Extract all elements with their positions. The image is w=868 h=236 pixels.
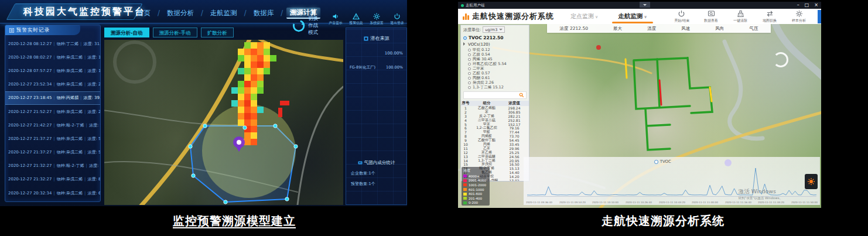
record-time: 2020-12-27 21:37:27 (8, 136, 52, 141)
record-concentration: 浓度: 72.46ppb (84, 163, 100, 169)
titlebar-menu-caret[interactable] (640, 2, 650, 8)
satellite-map[interactable] (104, 40, 343, 205)
legend-entry: 0-200 (463, 201, 488, 206)
nav-item[interactable]: 数据分析 (163, 8, 207, 18)
mode-switch-button[interactable]: 切换作战模式 (291, 15, 323, 36)
alarm-record-row[interactable]: 2020-12-27 21:37:27 物种:异戊二烯 浓度: 57.62ppb… (5, 132, 100, 145)
legend-entry: 201-400 (463, 196, 488, 201)
record-concentration: 浓度: 54.00ppb (84, 122, 100, 128)
status-item: 气压 (749, 26, 758, 32)
tvoc-value: TVOC 2212.50 (469, 35, 503, 40)
species-radio-item[interactable]: 乙醛 0.57 (461, 71, 529, 76)
legend-range: 2001-4000 (469, 179, 486, 182)
nav-item[interactable]: 首页 (134, 8, 163, 18)
record-species: 物种:丙烯腈 (52, 95, 78, 101)
alert-info-button[interactable]: 预警信息 (348, 13, 364, 26)
legend-entry: 2001-4000 (463, 179, 488, 183)
record-time: 2020-12-28 08:02:27 (8, 55, 52, 60)
alarm-record-row[interactable]: 2020-12-27 23:52:34 物种:异戊二烯 浓度: 23.22ppb… (5, 78, 100, 91)
monitor-tab[interactable]: 走航监测∨ (616, 12, 650, 20)
analysis-tab[interactable]: 扩散分析 (201, 28, 234, 37)
alarm-record-row[interactable]: 2020-12-28 08:12:27 物种:丁二烯 浓度: 31.45ppb … (5, 37, 100, 50)
mobile-monitoring-map[interactable]: 浓度 2212.50最大温度风速风向气压 浓度单位: ug/m3 TVOC 22… (458, 24, 821, 208)
map-overlay-graphics (104, 40, 343, 205)
legend-entry: 401-600 (463, 191, 488, 196)
species-search-input[interactable] (463, 91, 527, 99)
record-time: 2020-12-27 23:52:34 (8, 82, 52, 87)
maximize-button[interactable]: □ (805, 2, 809, 9)
legend-range: 4000+ (469, 175, 480, 178)
alarm-record-row[interactable]: 2020-12-27 21:32:27 物种:异戊二烯 浓度: 80.70ppb… (5, 173, 100, 186)
alarm-record-row[interactable]: 2020-12-27 21:32:27 物种:顺-2-丁烯 浓度: 72.46p… (5, 159, 100, 173)
tool-label: 系统设置 (370, 20, 383, 25)
data-view-icon (708, 10, 715, 18)
legend-swatch (463, 193, 467, 196)
record-concentration: 浓度: 80.70ppb (83, 176, 100, 182)
alarm-record-row[interactable]: 2020-12-27 21:37:27 物种:异戊二烯 浓度: 51.22ppb… (5, 146, 100, 159)
windows-activation-watermark: 激活 Windows 转到"设置"以激活 Windows。 (739, 188, 782, 200)
chevron-down-icon: ∨ (595, 15, 598, 19)
alarm-record-row[interactable]: 2020-12-28 07:57:27 物种:异戊二烯 浓度: 118.94pp… (5, 64, 100, 77)
monitor-tab-label: 走航监测 (618, 12, 643, 19)
source-item[interactable]: FG-89(化工厂) 100.00% (346, 65, 406, 70)
alarm-record-row[interactable]: 2020-12-27 23:18:45 物种:丙烯腈 浓度: 39.67ppb … (5, 91, 100, 105)
species-radio-item[interactable]: 异戊烷 2.26 (461, 80, 529, 85)
map-switch-button[interactable]: 地图切换 (761, 10, 778, 23)
vocs-group-row[interactable]: VOCs(120) (461, 42, 529, 47)
alarm-record-row[interactable]: 2020-12-27 21:42:27 物种:顺-2-丁烯 浓度: 54.00p… (5, 118, 100, 132)
data-view-button[interactable]: 数据查看 (703, 10, 719, 23)
sound-tip-button[interactable]: 声音提示 (328, 13, 343, 26)
header-toolbar: 声音提示 预警信息 系统设置 退出登录 (328, 13, 405, 26)
antivirus-tray-icon[interactable] (805, 174, 818, 189)
source-panel-header: 潜在来源 (346, 35, 406, 42)
system-settings-button[interactable]: 系统设置 (369, 13, 384, 26)
alarm-record-row[interactable]: 2020-12-28 08:02:27 物种:异戊二烯 浓度: 173.16pp… (5, 50, 100, 64)
species-radio-item[interactable]: 二甲苯 (461, 66, 529, 71)
legend-swatch (463, 175, 467, 177)
close-button[interactable]: × (814, 2, 818, 9)
unit-select[interactable]: ug/m3 (483, 26, 505, 33)
analysis-tab[interactable]: 溯源分析-自动 (104, 28, 149, 37)
analysis-tab[interactable]: 溯源分析-手动 (153, 28, 197, 37)
record-concentration: 浓度: 51.22ppb (83, 149, 100, 155)
clear-all-button[interactable]: 一键清除 (732, 10, 749, 23)
monitor-tab[interactable]: 定点监测∨ (568, 12, 600, 20)
potential-source-panel: 潜在来源 100.00% FG-89(化工厂) 100.00% 气团内成分统计 … (346, 28, 407, 205)
record-time: 2020-12-27 20:32:34 (8, 191, 52, 196)
species-radio-item[interactable]: 环氧乙烷/乙醛 5.54 (461, 61, 529, 66)
legend-range: 601-1000 (469, 188, 484, 191)
alarm-record-row[interactable]: 2020-12-27 20:32:34 物种:异戊二烯 浓度: 66.04ppb… (5, 186, 100, 200)
record-species: 物种:顺-2-丁烯 (52, 122, 84, 128)
window-controls: – □ × (797, 2, 818, 9)
tvoc-radio-row[interactable]: TVOC 2212.50 (461, 34, 529, 42)
species-radio-item[interactable]: 乙腈 0.54 (461, 52, 529, 57)
record-concentration: 浓度: 31.45ppb (78, 41, 100, 47)
expand-triangle-icon (463, 42, 467, 46)
left-app-title: 科技园大气监控预警平台 (23, 6, 146, 18)
clear-icon (737, 10, 744, 18)
unit-value: ug/m3 (485, 28, 497, 32)
species-radio-item[interactable]: 丙酮 0.61 (461, 76, 529, 80)
chevron-down-icon: ∨ (644, 15, 647, 19)
sample-analysis-button[interactable]: 样本分析 (791, 10, 807, 23)
alarm-record-row[interactable]: 2020-12-27 21:52:27 物种:异戊二烯 浓度: 28.62ppb… (5, 105, 100, 118)
nav-item[interactable]: 数据库 (250, 8, 286, 18)
nav-item[interactable]: 走航监测 (207, 8, 250, 18)
legend-ring-icon (654, 160, 658, 164)
species-panel: 浓度单位: ug/m3 TVOC 2212.50 VOCs(120) 甲烷 0.… (460, 25, 529, 182)
tool-label: 开始/结束 (674, 18, 689, 23)
source-item-name: FG-89(化工厂) (350, 65, 375, 70)
species-radio-item[interactable]: 甲烷 0.12 (461, 47, 529, 52)
speaker-icon (332, 13, 339, 20)
species-radio-item[interactable]: 1,3-丁二烯 15.12 (461, 85, 529, 90)
x-tick-label: 2020-11-11 09:36:40 (526, 201, 552, 204)
logout-button[interactable]: 退出登录 (389, 13, 405, 26)
right-app-header: 走航快速溯源分析系统 定点监测∨走航监测∨ 开始/结束 数据查看 一键清除 (458, 9, 821, 24)
radio-off-icon (468, 86, 471, 89)
start-stop-button[interactable]: 开始/结束 (674, 10, 690, 23)
minimize-button[interactable]: – (797, 2, 799, 9)
alarm-records-panel: 预警实时记录 2020-12-28 08:12:27 物种:丁二烯 浓度: 31… (5, 25, 101, 202)
header-accent-bar (818, 10, 821, 23)
record-concentration: 浓度: 173.16ppb (83, 54, 100, 60)
monitor-tab-label: 定点监测 (570, 13, 594, 19)
